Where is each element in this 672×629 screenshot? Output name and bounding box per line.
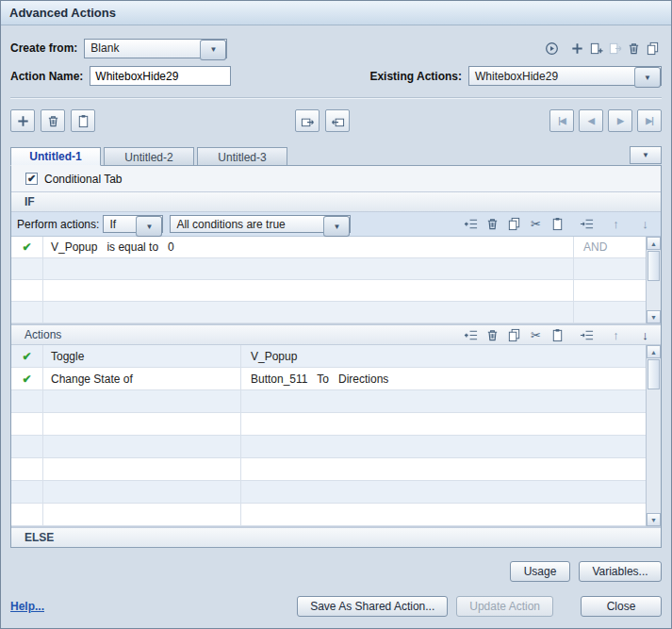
tab-label: Untitled-2 — [124, 151, 172, 164]
import-icon — [589, 41, 603, 56]
valid-check-icon: ✔ — [22, 350, 31, 363]
first-icon: |◀ — [558, 116, 565, 125]
action-empty-row[interactable] — [11, 458, 646, 481]
copy-icon — [507, 217, 521, 231]
scroll-up-button[interactable]: ▲ — [647, 345, 661, 358]
next-icon: ▶ — [617, 116, 623, 125]
scroll-track[interactable] — [647, 282, 661, 310]
condition-criteria-dropdown[interactable]: All conditions are true ▼ — [170, 215, 351, 233]
usage-button[interactable]: Usage — [510, 561, 570, 582]
paste-action-row-button[interactable] — [548, 326, 567, 343]
nav-next-button[interactable]: ▶ — [608, 109, 632, 132]
action-empty-row[interactable] — [11, 436, 646, 458]
cut-condition-button[interactable]: ✂ — [526, 216, 546, 233]
actions-table: ✔ Toggle V_Popup ✔ Change State of Butto… — [11, 345, 661, 527]
close-button[interactable]: Close — [581, 596, 662, 617]
duplicate-action-row-button[interactable] — [504, 326, 524, 343]
preview-action-button[interactable] — [542, 40, 561, 57]
new-action-button[interactable] — [567, 40, 586, 57]
existing-actions-label: Existing Actions: — [369, 70, 462, 83]
insert-action-row-button[interactable] — [577, 326, 597, 343]
action-empty-row[interactable] — [11, 413, 646, 436]
condition-empty-row[interactable] — [11, 302, 646, 323]
update-action-button[interactable]: Update Action — [456, 596, 553, 617]
chevron-down-icon: ▼ — [634, 67, 661, 88]
chevron-down-icon: ▼ — [642, 151, 649, 159]
add-row-icon — [464, 328, 478, 342]
trash-icon — [485, 217, 500, 231]
move-action-down-button[interactable]: ↓ — [635, 326, 655, 343]
nav-last-button[interactable]: ▶| — [637, 109, 662, 132]
action-valid-cell: ✔ — [11, 345, 43, 367]
duplicate-action-button[interactable] — [643, 40, 662, 57]
insert-condition-button[interactable] — [577, 216, 597, 233]
action-empty-row[interactable] — [11, 504, 646, 526]
import-action-button[interactable] — [586, 40, 605, 57]
tab-untitled-3[interactable]: Untitled-3 — [197, 147, 287, 166]
nav-first-button[interactable]: |◀ — [549, 109, 574, 132]
paste-action-button[interactable] — [325, 109, 350, 132]
action-params-cell: Button_511 To Directions — [241, 368, 646, 389]
condition-row[interactable]: ✔ V_Popup is equal to 0 AND — [11, 237, 646, 258]
title-bar[interactable]: Advanced Actions — [1, 1, 671, 25]
conditional-tab-label: Conditional Tab — [44, 173, 123, 186]
clipboard-icon — [550, 328, 565, 342]
tab-untitled-2[interactable]: Untitled-2 — [104, 147, 194, 166]
nav-previous-button[interactable]: ◀ — [579, 109, 603, 132]
tab-untitled-1[interactable]: Untitled-1 — [10, 147, 101, 166]
variables-button[interactable]: Variables... — [579, 561, 662, 582]
action-empty-row[interactable] — [11, 481, 646, 504]
chevron-down-icon: ▼ — [323, 216, 350, 237]
scroll-track[interactable] — [647, 390, 661, 513]
action-params-cell: V_Popup — [241, 345, 646, 367]
move-action-up-button[interactable]: ↑ — [606, 326, 626, 343]
delete-action-button[interactable] — [624, 40, 643, 57]
delete-condition-button[interactable] — [483, 216, 502, 233]
condition-empty-row[interactable] — [11, 280, 646, 302]
add-condition-button[interactable] — [461, 216, 481, 233]
insert-row-icon — [580, 328, 594, 342]
action-name-input[interactable] — [90, 66, 231, 86]
update-action-label: Update Action — [469, 600, 540, 613]
duplicate-tab-button[interactable] — [71, 109, 95, 132]
save-as-shared-action-button[interactable]: Save As Shared Action... — [297, 596, 448, 617]
scroll-down-icon: ▼ — [650, 314, 657, 321]
delete-tab-button[interactable] — [41, 109, 65, 132]
export-icon — [608, 41, 622, 56]
clipboard-icon — [76, 114, 90, 128]
play-icon — [545, 41, 559, 56]
add-tab-button[interactable] — [10, 109, 35, 132]
help-link[interactable]: Help... — [10, 600, 44, 613]
create-from-value: Blank — [85, 40, 200, 58]
action-empty-row[interactable] — [11, 390, 646, 413]
export-action-button[interactable] — [605, 40, 624, 57]
if-header: IF — [11, 191, 661, 212]
condition-mode-dropdown[interactable]: If ▼ — [103, 215, 163, 233]
scroll-down-button[interactable]: ▼ — [647, 513, 661, 526]
condition-empty-row[interactable] — [11, 258, 646, 280]
existing-actions-dropdown[interactable]: WhiteboxHide29 ▼ — [468, 66, 662, 86]
valid-check-icon: ✔ — [22, 240, 31, 254]
action-row[interactable]: ✔ Change State of Button_511 To Directio… — [11, 368, 646, 390]
tab-list-dropdown[interactable]: ▼ — [630, 146, 662, 164]
action-type-cell: Toggle — [43, 345, 241, 367]
paste-condition-button[interactable] — [548, 216, 567, 233]
create-from-dropdown[interactable]: Blank ▼ — [84, 39, 227, 58]
add-action-row-button[interactable] — [461, 326, 481, 343]
conditions-scrollbar[interactable]: ▲ ▼ — [646, 237, 661, 323]
conditional-tab-checkbox[interactable]: ✔ — [25, 173, 38, 185]
copy-action-button[interactable] — [295, 109, 320, 132]
actions-header: Actions ✂ ↑ ↓ — [11, 324, 661, 345]
action-row[interactable]: ✔ Toggle V_Popup — [11, 345, 646, 368]
delete-action-row-button[interactable] — [483, 326, 502, 343]
actions-scrollbar[interactable]: ▲ ▼ — [646, 345, 661, 526]
cut-action-row-button[interactable]: ✂ — [526, 326, 546, 343]
move-condition-up-button[interactable]: ↑ — [606, 216, 626, 233]
scroll-thumb[interactable] — [647, 359, 660, 389]
scroll-down-button[interactable]: ▼ — [647, 310, 661, 323]
scroll-up-button[interactable]: ▲ — [647, 237, 661, 250]
scroll-thumb[interactable] — [647, 251, 660, 281]
duplicate-condition-button[interactable] — [504, 216, 524, 233]
move-condition-down-button[interactable]: ↓ — [635, 216, 655, 233]
share-out-icon — [331, 114, 345, 128]
